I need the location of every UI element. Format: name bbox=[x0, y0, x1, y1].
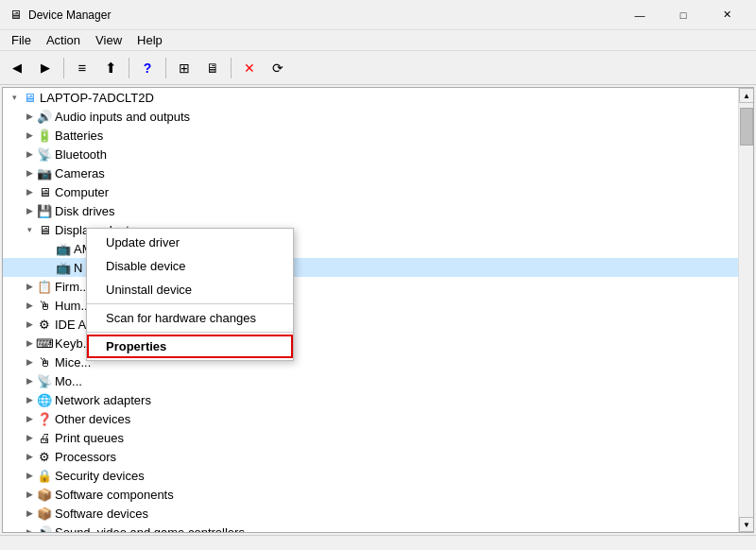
amd-icon: 📺 bbox=[56, 241, 71, 256]
update-driver-toolbar-button[interactable]: ⬆ bbox=[97, 55, 124, 81]
computer-toolbar-button[interactable]: 🖥 bbox=[199, 55, 226, 81]
device-tree[interactable]: ▾ 🖥 LAPTOP-7ADCLT2D ▶ 🔊 Audio inputs and… bbox=[3, 88, 738, 532]
cameras-icon: 📷 bbox=[37, 165, 52, 180]
scan-toolbar-button[interactable]: ⟳ bbox=[265, 55, 291, 81]
audio-expand-icon: ▶ bbox=[22, 109, 37, 124]
menu-action[interactable]: Action bbox=[39, 31, 88, 49]
tree-item-security[interactable]: ▶ 🔒 Security devices bbox=[3, 466, 738, 485]
toolbar: ◀ ▶ ≡ ⬆ ? ⊞ 🖥 ✕ ⟳ bbox=[0, 51, 756, 85]
vertical-scrollbar[interactable]: ▲ ▼ bbox=[738, 88, 753, 532]
tree-root[interactable]: ▾ 🖥 LAPTOP-7ADCLT2D bbox=[3, 88, 738, 107]
modems-expand-icon: ▶ bbox=[22, 373, 37, 388]
softdev-icon: 📦 bbox=[37, 506, 52, 521]
modems-icon: 📡 bbox=[37, 373, 52, 388]
tree-item-other[interactable]: ▶ ❓ Other devices bbox=[3, 409, 738, 428]
ctx-properties[interactable]: Properties bbox=[87, 335, 293, 358]
other-expand-icon: ▶ bbox=[22, 411, 37, 426]
softcomp-label: Software components bbox=[55, 488, 174, 502]
batteries-label: Batteries bbox=[55, 129, 103, 143]
close-button[interactable]: ✕ bbox=[705, 0, 748, 30]
nitem-icon: 📺 bbox=[56, 260, 71, 275]
network-expand-icon: ▶ bbox=[22, 392, 37, 407]
modems-label: Mo... bbox=[55, 374, 82, 388]
firmware-icon: 📋 bbox=[37, 279, 52, 294]
audio-icon: 🔊 bbox=[37, 109, 52, 124]
menu-file[interactable]: File bbox=[4, 31, 39, 49]
mice-icon: 🖱 bbox=[37, 354, 52, 370]
tree-item-modems[interactable]: ▶ 📡 Mo... bbox=[3, 371, 738, 390]
tree-item-batteries[interactable]: ▶ 🔋 Batteries bbox=[3, 126, 738, 145]
show-hidden-toolbar-button[interactable]: ⊞ bbox=[171, 55, 198, 81]
batteries-icon: 🔋 bbox=[37, 128, 52, 143]
maximize-button[interactable]: □ bbox=[662, 0, 705, 30]
help-toolbar-button[interactable]: ? bbox=[134, 55, 161, 81]
hid-icon: 🖱 bbox=[37, 298, 52, 313]
softdev-expand-icon: ▶ bbox=[22, 506, 37, 521]
root-label: LAPTOP-7ADCLT2D bbox=[40, 91, 154, 105]
bluetooth-label: Bluetooth bbox=[55, 147, 107, 162]
processors-icon: ⚙ bbox=[37, 449, 52, 464]
tree-item-audio[interactable]: ▶ 🔊 Audio inputs and outputs bbox=[3, 107, 738, 126]
processors-expand-icon: ▶ bbox=[22, 449, 37, 464]
tree-item-network[interactable]: ▶ 🌐 Network adapters bbox=[3, 390, 738, 409]
print-expand-icon: ▶ bbox=[22, 430, 37, 445]
computer-expand-icon: ▶ bbox=[22, 184, 37, 199]
window-title: Device Manager bbox=[28, 9, 618, 22]
sound-label: Sound, video and game controllers bbox=[55, 525, 245, 533]
tree-item-print[interactable]: ▶ 🖨 Print queues bbox=[3, 428, 738, 447]
nitem-label: N bbox=[74, 261, 82, 275]
window-controls: — □ ✕ bbox=[618, 0, 748, 30]
softdev-label: Software devices bbox=[55, 507, 148, 521]
menu-view[interactable]: View bbox=[88, 31, 129, 49]
audio-label: Audio inputs and outputs bbox=[55, 110, 190, 124]
sound-expand-icon: ▶ bbox=[22, 524, 37, 532]
minimize-button[interactable]: — bbox=[618, 0, 662, 30]
tree-item-computer[interactable]: ▶ 🖥 Computer bbox=[3, 182, 738, 201]
bluetooth-icon: 📡 bbox=[37, 146, 52, 162]
tree-item-processors[interactable]: ▶ ⚙ Processors bbox=[3, 447, 738, 466]
network-icon: 🌐 bbox=[37, 392, 52, 407]
properties-toolbar-button[interactable]: ≡ bbox=[69, 55, 95, 81]
tree-item-softdev[interactable]: ▶ 📦 Software devices bbox=[3, 504, 738, 523]
print-label: Print queues bbox=[55, 431, 124, 445]
ctx-uninstall-device[interactable]: Uninstall device bbox=[87, 278, 293, 301]
disk-label: Disk drives bbox=[55, 204, 115, 218]
other-label: Other devices bbox=[55, 412, 130, 426]
scroll-up-button[interactable]: ▲ bbox=[739, 88, 754, 103]
toolbar-separator-3 bbox=[165, 58, 166, 78]
tree-item-softcomp[interactable]: ▶ 📦 Software components bbox=[3, 485, 738, 504]
display-icon: 🖥 bbox=[37, 222, 52, 237]
app-icon: 🖥 bbox=[8, 8, 23, 23]
network-label: Network adapters bbox=[55, 393, 151, 407]
remove-device-toolbar-button[interactable]: ✕ bbox=[236, 55, 263, 81]
computer-node-icon: 🖥 bbox=[37, 184, 52, 199]
softcomp-icon: 📦 bbox=[37, 487, 52, 502]
tree-item-cameras[interactable]: ▶ 📷 Cameras bbox=[3, 163, 738, 182]
bluetooth-expand-icon: ▶ bbox=[22, 146, 37, 162]
ctx-disable-device[interactable]: Disable device bbox=[87, 254, 293, 278]
ctx-update-driver[interactable]: Update driver bbox=[87, 231, 293, 254]
scroll-track[interactable] bbox=[739, 103, 753, 517]
keyboard-icon: ⌨ bbox=[37, 335, 52, 351]
toolbar-separator-2 bbox=[129, 58, 129, 78]
ctx-scan-hardware[interactable]: Scan for hardware changes bbox=[87, 306, 293, 330]
cameras-label: Cameras bbox=[55, 166, 105, 180]
tree-item-sound[interactable]: ▶ 🔊 Sound, video and game controllers bbox=[3, 523, 738, 532]
tree-item-disk[interactable]: ▶ 💾 Disk drives bbox=[3, 201, 738, 220]
hid-expand-icon: ▶ bbox=[22, 298, 37, 313]
scroll-down-button[interactable]: ▼ bbox=[739, 517, 754, 532]
cameras-expand-icon: ▶ bbox=[22, 165, 37, 180]
other-icon: ❓ bbox=[37, 411, 52, 426]
security-expand-icon: ▶ bbox=[22, 468, 37, 483]
forward-button[interactable]: ▶ bbox=[32, 55, 59, 81]
firmware-expand-icon: ▶ bbox=[22, 279, 37, 294]
back-button[interactable]: ◀ bbox=[4, 55, 30, 81]
menu-help[interactable]: Help bbox=[129, 31, 170, 49]
ide-expand-icon: ▶ bbox=[22, 317, 37, 332]
scroll-thumb[interactable] bbox=[740, 108, 753, 146]
tree-item-bluetooth[interactable]: ▶ 📡 Bluetooth bbox=[3, 145, 738, 163]
status-bar bbox=[0, 535, 756, 550]
ctx-separator-2 bbox=[87, 332, 293, 333]
processors-label: Processors bbox=[55, 450, 116, 464]
toolbar-separator-4 bbox=[231, 58, 232, 78]
